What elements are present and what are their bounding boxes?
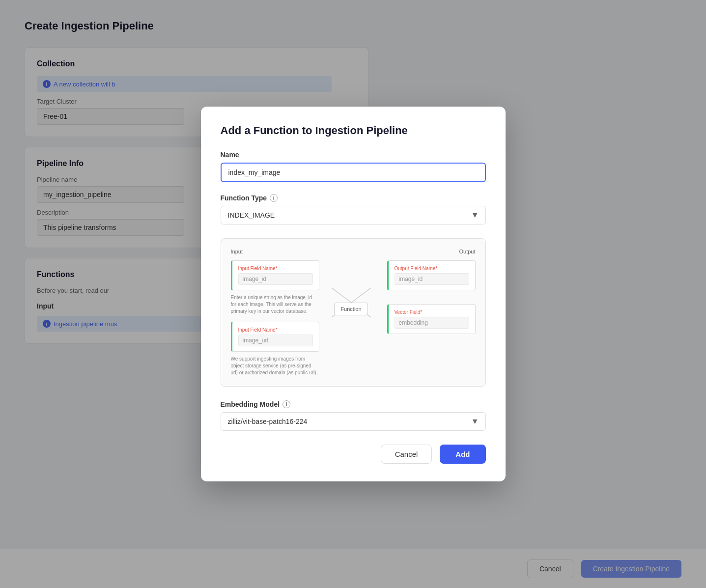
cancel-button[interactable]: Cancel <box>381 445 432 464</box>
input-field1-hint: Enter a unique string as the image_id fo… <box>231 294 319 315</box>
input-field1-value: image_id <box>238 273 313 285</box>
output-field1-label: Output Field Name* <box>395 266 469 271</box>
modal: Add a Function to Ingestion Pipeline Nam… <box>201 107 506 481</box>
input-field2-box: Input Field Name* image_url <box>231 322 319 352</box>
function-node: Function <box>334 303 367 315</box>
svg-line-2 <box>351 288 371 303</box>
name-input[interactable] <box>221 163 486 182</box>
modal-overlay: Add a Function to Ingestion Pipeline Nam… <box>0 0 706 588</box>
output-field1-box: Output Field Name* image_id <box>387 260 476 290</box>
input-field1-label: Input Field Name* <box>238 266 313 271</box>
embedding-model-select-wrapper: zilliz/vit-base-patch16-224 ▼ <box>221 412 486 431</box>
input-field2-label: Input Field Name* <box>238 327 313 333</box>
output-field2-label: Vector Field* <box>395 309 469 315</box>
center-column: Function <box>326 273 377 315</box>
input-field2-value: image_url <box>238 335 313 346</box>
function-type-label: Function Type i <box>221 194 486 202</box>
modal-title: Add a Function to Ingestion Pipeline <box>221 124 486 137</box>
function-type-info-icon[interactable]: i <box>270 194 278 202</box>
embedding-model-select[interactable]: zilliz/vit-base-patch16-224 <box>221 412 486 431</box>
embedding-model-info-icon[interactable]: i <box>282 400 290 408</box>
input-column: Input Input Field Name* image_id Enter a… <box>231 249 326 376</box>
function-type-select[interactable]: INDEX_IMAGE INDEX_TEXT PRESERVE <box>221 206 486 224</box>
diagram-input-label: Input <box>231 249 326 254</box>
pipeline-diagram: Input Input Field Name* image_id Enter a… <box>221 238 486 387</box>
input-field2-hint: We support ingesting images from object … <box>231 356 319 376</box>
embedding-model-label: Embedding Model i <box>221 400 486 408</box>
svg-line-0 <box>332 288 351 303</box>
name-label: Name <box>221 151 486 159</box>
output-column: Output Output Field Name* image_id Vecto… <box>377 249 476 342</box>
output-field1-value: image_id <box>395 273 469 285</box>
output-field2-value: embedding <box>395 317 469 329</box>
modal-footer: Cancel Add <box>221 445 486 464</box>
output-field2-box: Vector Field* embedding <box>387 304 476 334</box>
diagram-output-label: Output <box>381 249 476 254</box>
function-type-select-wrapper: INDEX_IMAGE INDEX_TEXT PRESERVE ▼ <box>221 206 486 224</box>
add-button[interactable]: Add <box>440 445 485 464</box>
input-field1-box: Input Field Name* image_id <box>231 260 319 290</box>
